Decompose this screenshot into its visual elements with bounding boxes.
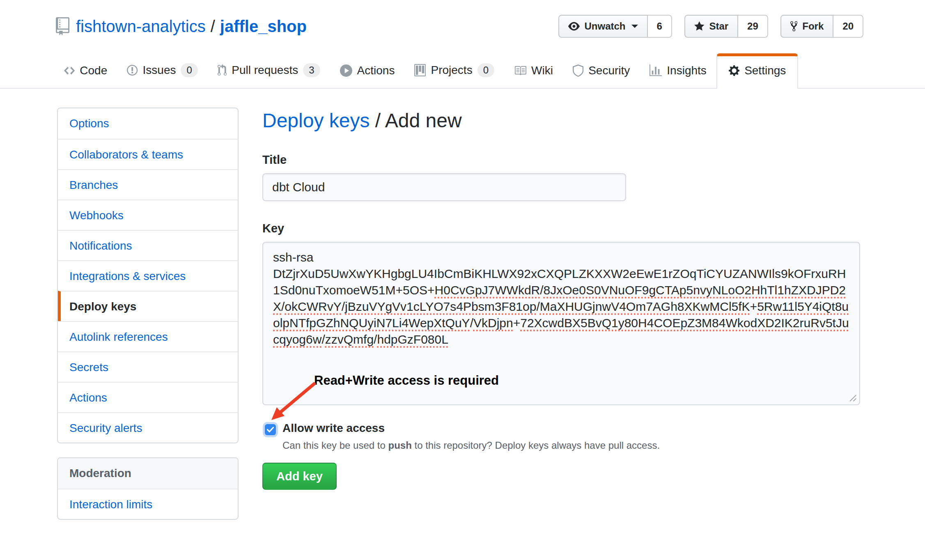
annotation-text: Read+Write access is required [314,373,499,388]
unwatch-button[interactable]: Unwatch [558,15,648,38]
moderation-header: Moderation [58,458,238,489]
sidebar-item-security-alerts[interactable]: Security alerts [58,412,238,443]
tab-label: Issues [143,64,176,77]
code-icon [64,64,75,77]
title-field: Title [262,153,860,201]
projects-icon [414,64,426,76]
tab-actions[interactable]: Actions [330,54,405,88]
tab-label: Projects [431,64,472,77]
gear-icon [729,64,739,77]
tab-label: Insights [667,64,707,77]
repo-title: fishtown-analytics / jaffle_shop [56,17,307,36]
tab-counter: 0 [477,63,494,77]
allow-write-checkbox[interactable] [265,424,276,435]
page-title: Deploy keys / Add new [262,109,860,132]
repo-tabnav: Code Issues 0 Pull requests 3 Actions Pr… [0,53,925,89]
tab-pull-requests[interactable]: Pull requests 3 [208,53,330,88]
title-label: Title [262,153,860,167]
insights-icon [650,64,662,77]
repo-path-separator: / [211,17,215,36]
tab-label: Pull requests [232,64,298,77]
eye-icon [568,21,580,32]
repo-book-icon [56,17,69,35]
settings-main: Deploy keys / Add new Title Key ssh-rsa … [262,108,860,490]
add-key-button[interactable]: Add key [262,463,337,490]
unwatch-label: Unwatch [585,21,626,32]
key-field: Key ssh-rsa DtZjrXuD5UwXwYKHgbgLU4IbCmBi… [262,222,860,405]
settings-sidebar: OptionsCollaborators & teamsBranchesWebh… [57,108,239,520]
deploy-keys-link[interactable]: Deploy keys [262,110,370,131]
social-button-group: Unwatch 6 [558,15,672,38]
tab-counter: 0 [181,63,197,77]
social-button-group: Fork 20 [780,15,863,38]
tab-insights[interactable]: Insights [640,54,716,88]
issue-icon [127,64,138,76]
allow-write-label: Allow write access [282,422,660,435]
tab-wiki[interactable]: Wiki [504,54,563,88]
sidebar-item-secrets[interactable]: Secrets [58,351,238,382]
tab-projects[interactable]: Projects 0 [404,53,504,88]
tab-label: Code [80,64,107,77]
repo-social-actions: Unwatch 6 Star 29 Fork 20 [558,15,863,38]
shield-icon [573,64,583,77]
tab-label: Wiki [531,64,553,77]
tab-issues[interactable]: Issues 0 [117,53,208,88]
fork-label: Fork [802,21,824,32]
check-icon [267,427,274,433]
sidebar-item-branches[interactable]: Branches [58,169,238,200]
sidebar-item-deploy-keys[interactable]: Deploy keys [58,291,238,321]
star-label: Star [709,21,728,32]
tab-settings[interactable]: Settings [716,53,798,89]
sidebar-item-collaborators-teams[interactable]: Collaborators & teams [58,139,238,169]
key-label: Key [262,222,860,235]
sidebar-item-integrations-services[interactable]: Integrations & services [58,260,238,291]
tab-label: Security [588,64,630,77]
unwatch-count[interactable]: 6 [648,15,672,38]
sidebar-item-actions[interactable]: Actions [58,382,238,412]
star-button[interactable]: Star [684,15,738,38]
fork-count[interactable]: 20 [833,15,863,38]
key-wrap: ssh-rsa DtZjrXuD5UwXwYKHgbgLU4IbCmBiKHLW… [262,242,860,405]
repo-name-link[interactable]: jaffle_shop [220,17,307,36]
sidebar-item-options[interactable]: Options [58,108,238,139]
allow-write-text: Allow write access Can this key be used … [282,422,660,451]
actions-icon [340,64,352,77]
moderation-menu: Moderation Interaction limits [57,457,239,520]
allow-write-row: Allow write access Can this key be used … [262,422,860,451]
tab-label: Actions [357,64,395,77]
star-count[interactable]: 29 [738,15,768,38]
key-value: ssh-rsa DtZjrXuD5UwXwYKHgbgLU4IbCmBiKHLW… [273,250,849,346]
title-input[interactable] [262,173,626,201]
settings-menu: OptionsCollaborators & teamsBranchesWebh… [57,108,239,443]
tab-code[interactable]: Code [54,54,117,88]
fork-icon [790,21,798,32]
sidebar-item-autolink-references[interactable]: Autolink references [58,321,238,351]
resize-grip-icon[interactable] [848,393,857,402]
page-title-current: / Add new [370,110,461,131]
pull-request-icon [218,64,227,76]
fork-button[interactable]: Fork [780,15,834,38]
sidebar-item-interaction-limits[interactable]: Interaction limits [58,489,238,519]
settings-layout: OptionsCollaborators & teamsBranchesWebh… [0,89,925,520]
social-button-group: Star 29 [684,15,768,38]
tab-counter: 3 [303,63,320,77]
sidebar-item-webhooks[interactable]: Webhooks [58,200,238,230]
sidebar-item-notifications[interactable]: Notifications [58,230,238,260]
star-icon [694,21,705,32]
tab-security[interactable]: Security [563,54,640,88]
allow-write-help: Can this key be used to push to this rep… [282,440,660,451]
wiki-icon [514,64,526,77]
dropdown-caret-icon [631,25,638,28]
repo-owner-link[interactable]: fishtown-analytics [76,17,206,36]
tab-label: Settings [744,64,786,77]
repo-header: fishtown-analytics / jaffle_shop Unwatch… [0,0,925,38]
